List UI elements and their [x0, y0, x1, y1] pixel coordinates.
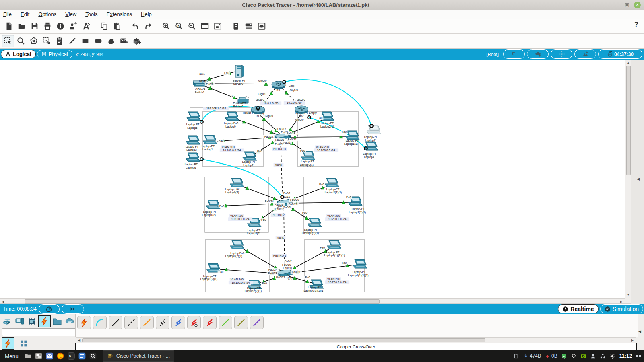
- snapshot-button[interactable]: [574, 49, 596, 59]
- subcategory-connections[interactable]: [2, 337, 14, 350]
- tray-brightness[interactable]: [609, 353, 615, 359]
- drawing-window-button[interactable]: [198, 20, 211, 33]
- ethernet-link[interactable]: [220, 204, 278, 206]
- palette-hscrollbar[interactable]: ◀ ▶: [76, 337, 636, 342]
- draw-line-button[interactable]: [66, 35, 79, 47]
- add-simple-pdu-button[interactable]: [118, 35, 130, 47]
- restore-button[interactable]: ▣: [623, 2, 632, 8]
- info-button[interactable]: [54, 20, 67, 33]
- open-file-button[interactable]: [15, 20, 28, 33]
- vscroll-down-arrow[interactable]: ▼: [627, 292, 630, 297]
- connection-serial-dce[interactable]: [187, 316, 201, 329]
- delete-button[interactable]: [27, 35, 40, 47]
- save-button[interactable]: [28, 20, 41, 33]
- device-R2[interactable]: [295, 106, 308, 114]
- device-Laptop4[interactable]: [364, 142, 378, 150]
- launcher-terminal[interactable]: $_: [67, 352, 76, 360]
- device-R3[interactable]: [272, 81, 285, 89]
- copy-button[interactable]: [98, 20, 111, 33]
- connection-serial-dte[interactable]: [203, 316, 217, 329]
- tray-shield[interactable]: [561, 353, 567, 359]
- connection-auto-connect[interactable]: [77, 316, 91, 329]
- device-Laptop2[interactable]: [243, 152, 257, 160]
- connection-octal[interactable]: [219, 316, 232, 329]
- category-miscellaneous[interactable]: [51, 315, 63, 327]
- paste-button[interactable]: [111, 20, 124, 33]
- tray-net-up[interactable]: 0B: [545, 353, 557, 359]
- device-Laptop5[interactable]: [187, 112, 201, 121]
- help-button[interactable]: ?: [634, 21, 638, 29]
- back-button[interactable]: [503, 49, 525, 59]
- device-Laptop02[interactable]: [230, 178, 244, 187]
- device-Laptop011[interactable]: [308, 218, 322, 227]
- add-complex-pdu-button[interactable]: [130, 35, 143, 47]
- device-Server0[interactable]: [235, 65, 244, 77]
- console-cable[interactable]: [202, 159, 282, 197]
- volume-muted-icon[interactable]: [635, 353, 642, 359]
- category-components[interactable]: [26, 315, 38, 327]
- menu-view[interactable]: View: [65, 11, 76, 17]
- zoom-in-button[interactable]: [160, 20, 173, 33]
- menu-extensions[interactable]: Extensions: [107, 11, 132, 17]
- tab-simulation[interactable]: Simulation: [600, 304, 643, 313]
- subcategory-all-connections-grid[interactable]: [17, 337, 30, 350]
- menu-edit[interactable]: Edit: [21, 11, 29, 17]
- tab-physical[interactable]: Physical: [37, 50, 72, 58]
- custom-device-multi-button[interactable]: [242, 20, 255, 33]
- palette-scroll-thumb[interactable]: [82, 338, 485, 342]
- tray-net-down[interactable]: 474B: [523, 353, 541, 359]
- snapshot-image-button[interactable]: [255, 20, 268, 33]
- activity-wizard-button[interactable]: [67, 20, 80, 33]
- tab-logical[interactable]: Logical: [1, 50, 36, 58]
- menu-help[interactable]: Help: [141, 11, 152, 17]
- launcher-window-toggles[interactable]: [34, 352, 43, 360]
- viewport-button[interactable]: [211, 20, 224, 33]
- connection-copper-straight-through[interactable]: [109, 316, 122, 329]
- zoom-original-button[interactable]: R: [173, 20, 186, 33]
- launcher-search[interactable]: [89, 352, 97, 360]
- launcher-mail[interactable]: [45, 352, 54, 360]
- redo-button[interactable]: [142, 20, 155, 33]
- taskbar-window-button[interactable]: Cisco Packet Tracer - ...: [103, 350, 174, 362]
- connection-coaxial[interactable]: [171, 316, 185, 329]
- ethernet-link[interactable]: [291, 202, 349, 203]
- environment-time-button[interactable]: 04:37:30: [598, 49, 642, 59]
- category-connections[interactable]: [38, 315, 51, 327]
- device-Laptop0[interactable]: [225, 112, 239, 121]
- draw-rectangle-button[interactable]: [79, 35, 92, 47]
- draw-freeform-button[interactable]: [105, 35, 118, 47]
- device-R1[interactable]: [251, 106, 265, 114]
- device-Laptop1[interactable]: [203, 135, 217, 144]
- connection-copper-cross-over[interactable]: [124, 316, 138, 329]
- zoom-out-button[interactable]: [186, 20, 198, 33]
- connection-usb[interactable]: [250, 316, 264, 329]
- connection-console[interactable]: [93, 316, 107, 329]
- device-search-input[interactable]: [2, 328, 76, 336]
- place-note-button[interactable]: [53, 35, 66, 47]
- logical-workspace-canvas[interactable]: Router-PT-EmpRouter-PT-EmptyRouter-PT-Em…: [0, 60, 625, 298]
- canvas-hscrollbar[interactable]: ◀ ▶: [0, 298, 625, 304]
- resize-shape-button[interactable]: [40, 35, 53, 47]
- custom-device-single-button[interactable]: [229, 20, 242, 33]
- tray-user[interactable]: [590, 353, 596, 359]
- hscroll-thumb[interactable]: [25, 299, 380, 304]
- device-Laptop01[interactable]: [301, 151, 315, 160]
- device-Laptop3[interactable]: [186, 136, 200, 144]
- connection-iot-custom-cable[interactable]: [234, 316, 248, 329]
- menu-options[interactable]: Options: [38, 11, 56, 17]
- fast-forward-button[interactable]: [62, 304, 84, 314]
- category-end-devices[interactable]: [13, 315, 26, 327]
- launcher-text-lines[interactable]: [78, 352, 87, 360]
- device-Laptop2111[interactable]: [327, 240, 341, 249]
- device-Laptop12[interactable]: [206, 200, 220, 209]
- category-multiuser[interactable]: [63, 315, 76, 327]
- menu-file[interactable]: File: [3, 11, 12, 17]
- device-Laptop021[interactable]: [230, 240, 244, 249]
- launcher-files[interactable]: [23, 352, 32, 360]
- vscroll-thumb[interactable]: [626, 66, 631, 175]
- tray-idea-bulb[interactable]: [571, 353, 577, 359]
- cloud-add-button[interactable]: [527, 49, 549, 59]
- device-Laptop7[interactable]: [367, 125, 381, 134]
- select-button[interactable]: [2, 35, 14, 47]
- inspect-magnifier-button[interactable]: [14, 35, 27, 47]
